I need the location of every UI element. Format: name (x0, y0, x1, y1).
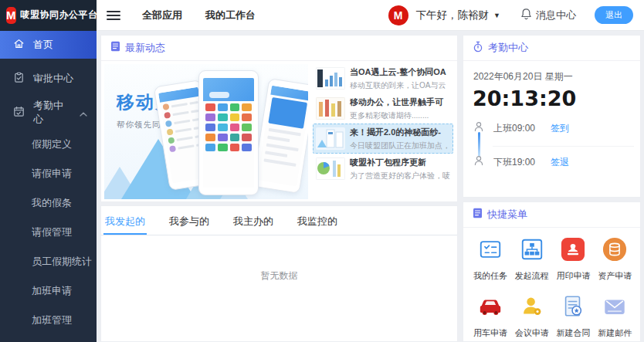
calendar-check-icon (13, 106, 25, 120)
checkout-link[interactable]: 签退 (551, 156, 569, 169)
contract-document-icon (561, 294, 585, 322)
quick-item-meeting-request[interactable]: 会议申请 (511, 294, 553, 339)
bell-icon (520, 8, 532, 23)
sidebar-subitem-overtime-request[interactable]: 加班申请 (0, 276, 97, 306)
my-tasks-panel: 我发起的 我参与的 我主办的 我监控的 暂无数据 (100, 205, 458, 342)
envelope-icon (602, 294, 627, 322)
quick-menu-header: 快捷菜单 (463, 202, 640, 228)
tab-monitored-by-me[interactable]: 我监控的 (296, 215, 339, 235)
news-thumbnail (316, 127, 345, 150)
quick-item-seal-request[interactable]: 用印申请 (553, 237, 595, 282)
news-item[interactable]: 移动办公，让世界触手可 更多精彩敬请期待........ (313, 93, 453, 124)
coins-icon (602, 237, 627, 265)
nav-all-apps[interactable]: 全部应用 (142, 8, 182, 22)
quick-item-label: 新建合同 (556, 327, 590, 339)
panel-title: 最新动态 (125, 41, 165, 55)
quick-item-asset-request[interactable]: 资产申请 (594, 237, 636, 282)
news-thumbnail (316, 97, 345, 120)
nav-my-workspace[interactable]: 我的工作台 (205, 8, 256, 22)
attendance-panel: 考勤中心 2022年06月20日 星期一 20:13:20 上班09:00 签到… (463, 35, 641, 198)
quick-item-new-contract[interactable]: 新建合同 (553, 294, 595, 339)
message-center-button[interactable]: 消息中心 (520, 8, 576, 23)
checkout-time-label: 下班19:00 (493, 156, 541, 169)
news-thumbnail (316, 67, 345, 90)
panel-title: 考勤中心 (488, 41, 528, 55)
news-list: 当OA遇上云-整个协同OA 移动互联的到来，让OA与云 移动办公，让世界触手可 … (308, 61, 457, 202)
tab-initiated-by-me[interactable]: 我发起的 (103, 215, 147, 235)
news-desc: 移动互联的到来，让OA与云 (350, 80, 450, 91)
news-title: 来！揭开2.0的神秘面纱- (350, 127, 450, 138)
hamburger-menu-icon[interactable] (107, 8, 120, 22)
empty-state-text: 暂无数据 (101, 235, 457, 283)
quick-item-new-mail[interactable]: 新建邮件 (594, 294, 636, 339)
logo-icon: M (6, 7, 16, 24)
quick-item-start-process[interactable]: 发起流程 (511, 237, 553, 282)
sidebar-item-label: 审批中心 (33, 72, 73, 86)
divider (493, 146, 634, 147)
person-gear-icon (520, 294, 544, 322)
quick-menu-panel: 快捷菜单 我的任务 发起流程 用印申请 资产申请 用车申请 会议申请 新建合 (463, 201, 641, 342)
sidebar-subitem-overtime-management[interactable]: 加班管理 (0, 306, 97, 335)
top-navigation: 全部应用 我的工作台 (142, 8, 256, 22)
news-item[interactable]: 唛盟补丁包程序更新 为了营造更好的客户体验，唛 (313, 154, 453, 184)
app-logo: M 唛盟协同办公平台 (0, 0, 97, 31)
user-dropdown[interactable]: 下午好，陈裕财 ▼ (416, 8, 500, 22)
phone-mockup-right (252, 78, 308, 194)
attendance-header: 考勤中心 (463, 36, 640, 61)
news-item[interactable]: 当OA遇上云-整个协同OA 移动互联的到来，让OA与云 (313, 63, 453, 93)
app-title: 唛盟协同办公平台 (21, 8, 98, 22)
person-icon (473, 121, 484, 135)
person-icon (473, 155, 484, 169)
car-icon (477, 294, 503, 322)
attendance-clock: 20:13:20 (473, 86, 640, 110)
quick-item-label: 资产申请 (598, 270, 632, 282)
stopwatch-icon (473, 41, 483, 56)
timeline-connector (478, 132, 480, 157)
sidebar-subitem-holiday-definition[interactable]: 假期定义 (0, 130, 97, 159)
sidebar-subitem-my-leave-notes[interactable]: 我的假条 (0, 188, 97, 218)
quick-item-vehicle-request[interactable]: 用车申请 (469, 294, 511, 339)
sidebar-item-label: 首页 (33, 38, 53, 52)
latest-news-header: 最新动态 (101, 36, 457, 61)
attendance-timeline: 上班09:00 签到 下班19:00 签退 (473, 121, 640, 188)
news-desc: 更多精彩敬请期待........ (350, 110, 450, 121)
tab-participated-by-me[interactable]: 我参与的 (168, 215, 211, 235)
quick-item-my-tasks[interactable]: 我的任务 (469, 237, 511, 282)
stamp-icon (561, 237, 585, 265)
quick-item-label: 用车申请 (473, 327, 507, 339)
quick-item-label: 我的任务 (473, 270, 507, 282)
checkin-link[interactable]: 签到 (551, 122, 569, 135)
quick-item-label: 会议申请 (515, 327, 549, 339)
chevron-up-icon (80, 107, 87, 119)
logout-button[interactable]: 退出 (595, 6, 633, 24)
sidebar-item-attendance-center[interactable]: 考勤中心 (0, 96, 97, 130)
phone-mockup-center (198, 70, 259, 195)
sidebar-item-home[interactable]: 首页 (0, 31, 97, 59)
quick-item-label: 用印申请 (556, 270, 590, 282)
top-header: M 唛盟协同办公平台 全部应用 我的工作台 M 下午好，陈裕财 ▼ 消息中心 退… (0, 0, 644, 31)
news-title: 移动办公，让世界触手可 (350, 97, 450, 108)
quick-item-label: 新建邮件 (598, 327, 632, 339)
news-title: 当OA遇上云-整个协同OA (350, 66, 450, 78)
clipboard-check-icon (13, 72, 25, 86)
news-title: 唛盟补丁包程序更新 (350, 157, 450, 168)
sidebar-item-approval-center[interactable]: 审批中心 (0, 62, 97, 96)
latest-news-panel: 最新动态 移动办公 帮你领先同行 把工作带出办公室 当OA遇上云-整个 (100, 35, 458, 202)
user-avatar[interactable]: M (388, 5, 408, 25)
sidebar-subitem-leave-request[interactable]: 请假申请 (0, 159, 97, 188)
document-icon (473, 208, 483, 222)
quick-item-label: 发起流程 (515, 270, 549, 282)
sidebar-subitem-employee-holiday-stats[interactable]: 员工假期统计 (0, 247, 97, 276)
message-center-label: 消息中心 (536, 8, 576, 22)
mobile-office-banner: 移动办公 帮你领先同行 把工作带出办公室 (104, 64, 308, 199)
panel-title: 快捷菜单 (487, 208, 527, 222)
quick-menu-grid: 我的任务 发起流程 用印申请 资产申请 用车申请 会议申请 新建合同 新建邮件 (463, 228, 640, 339)
sidebar-subitem-leave-management[interactable]: 请假管理 (0, 218, 97, 247)
tasks-tabbar: 我发起的 我参与的 我主办的 我监控的 (101, 206, 457, 235)
task-list-icon (478, 237, 503, 265)
sidebar: 首页 审批中心 考勤中心 假期定义 请假申请 我的假条 请假管理 员工假期统计 … (0, 31, 97, 342)
tab-hosted-by-me[interactable]: 我主办的 (232, 215, 275, 235)
news-thumbnail (316, 157, 345, 180)
attendance-date: 2022年06月20日 星期一 (473, 70, 640, 83)
news-item-highlighted[interactable]: 来！揭开2.0的神秘面纱- 今日唛盟团队正在加班加点， (313, 124, 453, 154)
